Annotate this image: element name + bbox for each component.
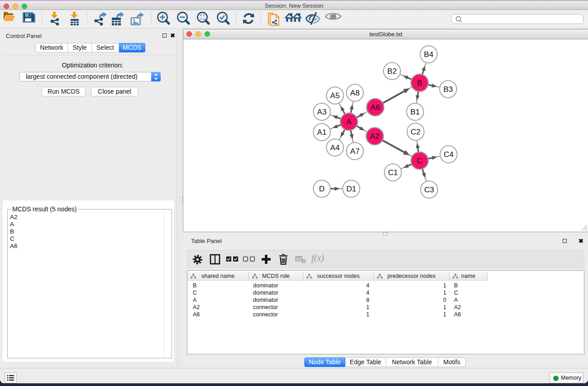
svg-text:A8: A8	[350, 89, 360, 97]
svg-text:A3: A3	[317, 108, 327, 116]
svg-text:A1: A1	[317, 128, 327, 137]
svg-text:A4: A4	[330, 143, 340, 152]
svg-text:A: A	[346, 118, 352, 126]
svg-text:C2: C2	[411, 128, 421, 136]
svg-text:B1: B1	[411, 108, 420, 116]
svg-text:B2: B2	[387, 67, 397, 76]
svg-text:B4: B4	[424, 50, 434, 59]
svg-text:C3: C3	[424, 186, 434, 194]
svg-text:A2: A2	[370, 132, 380, 141]
svg-text:D1: D1	[346, 185, 356, 193]
svg-text:C: C	[417, 157, 422, 165]
svg-text:B3: B3	[444, 85, 453, 94]
svg-text:A7: A7	[350, 147, 360, 156]
svg-text:C4: C4	[444, 150, 454, 159]
svg-text:A6: A6	[371, 103, 380, 112]
svg-text:C1: C1	[388, 168, 398, 177]
svg-text:B: B	[417, 79, 422, 87]
svg-text:A5: A5	[330, 91, 340, 100]
svg-text:D: D	[319, 185, 325, 193]
